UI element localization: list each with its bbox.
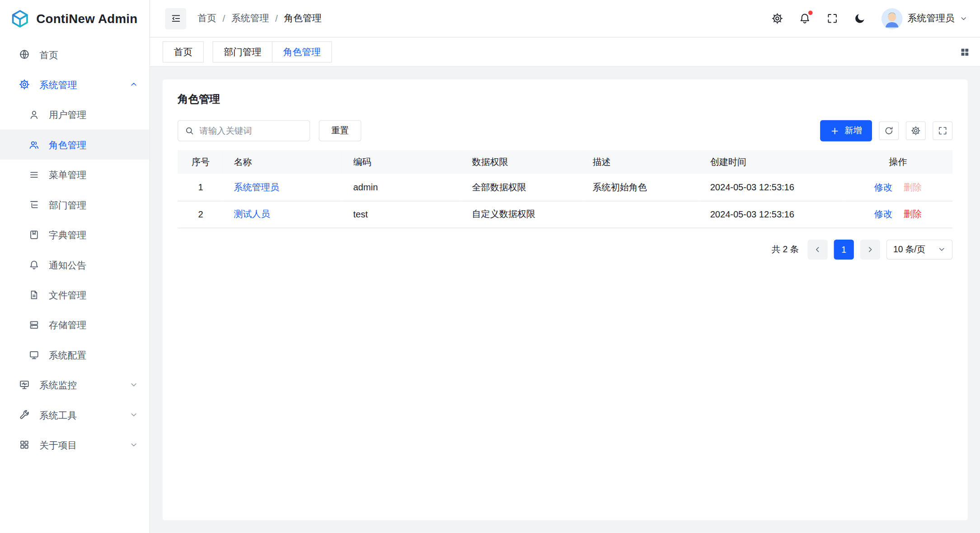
cell-code: admin bbox=[343, 174, 462, 201]
search-input[interactable] bbox=[199, 126, 303, 136]
sidebar-item-dictionary-management[interactable]: 字典管理 bbox=[0, 220, 150, 250]
chevron-down-icon bbox=[129, 380, 138, 389]
cell-description bbox=[582, 201, 700, 227]
cell-index: 1 bbox=[178, 174, 224, 201]
cell-data-scope: 自定义数据权限 bbox=[462, 201, 582, 227]
book-icon bbox=[29, 229, 40, 240]
cell-data-scope: 全部数据权限 bbox=[462, 174, 582, 201]
breadcrumb-system-management[interactable]: 系统管理 bbox=[231, 13, 269, 24]
bell-icon bbox=[29, 259, 40, 270]
monitor-pulse-icon bbox=[19, 379, 30, 390]
next-page-button[interactable] bbox=[860, 239, 880, 259]
search-box[interactable] bbox=[178, 120, 310, 142]
user-menu[interactable]: 系统管理员 bbox=[882, 8, 968, 29]
settings-button[interactable] bbox=[771, 13, 783, 24]
breadcrumb-separator: / bbox=[223, 13, 225, 24]
page-number-button[interactable]: 1 bbox=[834, 239, 854, 259]
app-title: ContiNew Admin bbox=[36, 12, 137, 26]
delete-link[interactable]: 删除 bbox=[904, 209, 922, 219]
logo[interactable]: ContiNew Admin bbox=[0, 0, 150, 38]
sidebar-item-label: 系统配置 bbox=[49, 350, 86, 359]
column-header-description: 描述 bbox=[582, 150, 700, 174]
page-tabs: 首页 部门管理 角色管理 bbox=[150, 38, 980, 67]
chevron-left-icon bbox=[813, 245, 822, 254]
column-header-created-time: 创建时间 bbox=[700, 150, 844, 174]
expand-table-button[interactable] bbox=[933, 121, 952, 140]
sidebar-item-label: 用户管理 bbox=[49, 110, 86, 119]
avatar bbox=[882, 8, 903, 29]
tab-home[interactable]: 首页 bbox=[163, 41, 204, 62]
fullscreen-button[interactable] bbox=[826, 13, 838, 24]
sidebar-item-user-management[interactable]: 用户管理 bbox=[0, 99, 150, 129]
table-settings-button[interactable] bbox=[906, 121, 926, 140]
list-icon bbox=[29, 169, 40, 180]
cell-description: 系统初始角色 bbox=[582, 174, 700, 201]
tab-label: 部门管理 bbox=[224, 46, 261, 58]
page-size-select[interactable]: 10 条/页 bbox=[886, 239, 953, 259]
edit-link[interactable]: 修改 bbox=[874, 209, 892, 219]
reset-button[interactable]: 重置 bbox=[319, 120, 361, 142]
table-header-row: 序号 名称 编码 数据权限 描述 创建时间 操作 bbox=[178, 150, 953, 174]
previous-page-button[interactable] bbox=[807, 239, 827, 259]
sidebar-item-label: 角色管理 bbox=[49, 140, 86, 149]
sidebar-item-label: 菜单管理 bbox=[49, 170, 86, 179]
pagination: 共 2 条 1 10 条/页 bbox=[178, 239, 953, 259]
table-row: 2 测试人员 test 自定义数据权限 2024-05-03 12:53:16 … bbox=[178, 201, 953, 227]
chevron-down-icon bbox=[129, 410, 138, 419]
sidebar-menu: 首页 系统管理 用户管理 角色管理 菜单管理 部门管理 bbox=[0, 38, 150, 460]
sidebar-item-system-tools[interactable]: 系统工具 bbox=[0, 400, 150, 429]
breadcrumb-home[interactable]: 首页 bbox=[197, 13, 216, 24]
pagination-total: 共 2 条 bbox=[772, 244, 799, 255]
sidebar-item-label: 系统管理 bbox=[39, 80, 77, 89]
gear-icon bbox=[911, 126, 921, 136]
main-column: 首页 / 系统管理 / 角色管理 bbox=[150, 0, 980, 533]
gear-icon bbox=[771, 13, 783, 24]
add-button[interactable]: 新增 bbox=[820, 120, 872, 142]
file-icon bbox=[29, 289, 40, 300]
refresh-button[interactable] bbox=[879, 121, 899, 140]
breadcrumb-separator: / bbox=[275, 13, 278, 24]
sidebar-item-label: 存储管理 bbox=[49, 320, 86, 330]
tab-department-management[interactable]: 部门管理 bbox=[212, 41, 272, 62]
breadcrumb: 首页 / 系统管理 / 角色管理 bbox=[197, 13, 321, 24]
sidebar-item-system-management[interactable]: 系统管理 bbox=[0, 70, 150, 99]
column-header-data-scope: 数据权限 bbox=[462, 150, 582, 174]
dark-mode-toggle[interactable] bbox=[854, 13, 866, 24]
app-logo-icon bbox=[10, 9, 30, 28]
viewport: ContiNew Admin 首页 系统管理 用户管理 角色管理 bbox=[0, 0, 980, 533]
cell-index: 2 bbox=[178, 201, 224, 227]
column-header-actions: 操作 bbox=[843, 150, 952, 174]
sidebar-item-label: 字典管理 bbox=[49, 230, 86, 239]
tab-role-management[interactable]: 角色管理 bbox=[272, 41, 332, 62]
username: 系统管理员 bbox=[908, 13, 955, 24]
grid-icon bbox=[19, 439, 30, 450]
notifications-button[interactable] bbox=[799, 13, 811, 24]
sidebar-item-about-project[interactable]: 关于项目 bbox=[0, 429, 150, 459]
collapse-sidebar-button[interactable] bbox=[165, 8, 186, 29]
sidebar-item-home[interactable]: 首页 bbox=[0, 39, 150, 69]
sidebar-item-menu-management[interactable]: 菜单管理 bbox=[0, 160, 150, 189]
sidebar-item-system-config[interactable]: 系统配置 bbox=[0, 340, 150, 369]
org-tree-icon bbox=[29, 199, 40, 210]
refresh-icon bbox=[884, 126, 894, 136]
wrench-icon bbox=[19, 409, 30, 420]
sidebar-item-system-monitor[interactable]: 系统监控 bbox=[0, 370, 150, 400]
chevron-down-icon bbox=[960, 14, 968, 23]
add-button-label: 新增 bbox=[844, 125, 862, 137]
table-toolbar: 重置 新增 bbox=[178, 120, 953, 142]
role-name-link[interactable]: 系统管理员 bbox=[234, 182, 279, 192]
chevron-right-icon bbox=[866, 245, 874, 254]
chevron-up-icon bbox=[129, 80, 138, 89]
cell-created-time: 2024-05-03 12:53:16 bbox=[700, 201, 844, 227]
tab-actions-button[interactable] bbox=[960, 47, 971, 57]
sidebar-item-notice[interactable]: 通知公告 bbox=[0, 250, 150, 279]
role-name-link[interactable]: 测试人员 bbox=[234, 209, 270, 219]
moon-icon bbox=[854, 13, 866, 24]
sidebar-item-file-management[interactable]: 文件管理 bbox=[0, 279, 150, 309]
column-header-index: 序号 bbox=[178, 150, 224, 174]
sidebar-item-storage-management[interactable]: 存储管理 bbox=[0, 310, 150, 340]
fullscreen-icon bbox=[938, 126, 947, 136]
edit-link[interactable]: 修改 bbox=[874, 182, 892, 192]
sidebar-item-role-management[interactable]: 角色管理 bbox=[0, 129, 150, 159]
sidebar-item-department-management[interactable]: 部门管理 bbox=[0, 189, 150, 219]
